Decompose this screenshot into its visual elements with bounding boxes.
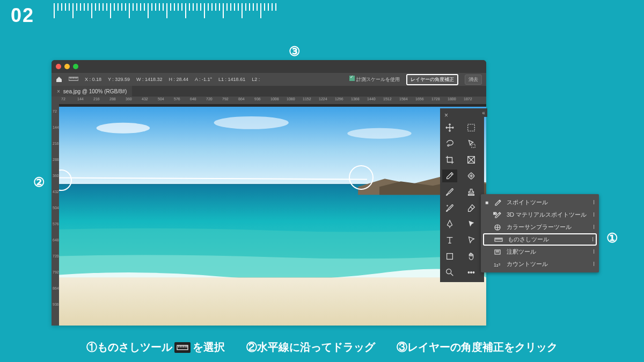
close-panel-icon[interactable]: × — [442, 112, 482, 118]
ruler-tool-icon — [69, 76, 78, 83]
use-scale-checkbox[interactable]: 計測スケールを使用 — [349, 76, 400, 83]
flyout-item-icon — [493, 248, 502, 256]
flyout-item-2[interactable]: カラーサンプラーツールI — [481, 221, 599, 233]
photoshop-window: X : 0.18 Y : 329.59 W : 1418.32 H : 28.4… — [52, 60, 486, 326]
svg-line-20 — [470, 206, 473, 209]
decorative-ruler — [54, 3, 279, 25]
flyout-item-shortcut: I — [593, 249, 595, 255]
opt-x: X : 0.18 — [85, 77, 101, 82]
pen-tool-icon[interactable] — [442, 218, 457, 231]
straighten-layer-button[interactable]: レイヤーの角度補正 — [406, 74, 458, 85]
opt-h: H : 28.44 — [169, 77, 188, 82]
quick-select-tool-icon[interactable] — [464, 137, 479, 150]
flyout-item-4[interactable]: 注釈ツールI — [481, 246, 599, 258]
close-window-button[interactable] — [56, 64, 61, 69]
brush-tool-icon[interactable] — [442, 186, 457, 198]
marquee-tool-icon[interactable] — [464, 121, 479, 134]
type-tool-icon[interactable] — [442, 234, 457, 247]
home-icon[interactable] — [56, 76, 62, 83]
flyout-item-icon — [494, 236, 503, 243]
document-tab-title: sea.jpg @ 100% (RGB/8#) — [63, 88, 127, 94]
callout-3: ③ — [289, 44, 301, 59]
more-tools-icon[interactable] — [464, 266, 479, 279]
use-scale-label: 計測スケールを使用 — [356, 77, 400, 82]
measure-endpoint-2[interactable] — [349, 165, 374, 190]
flyout-item-icon — [493, 224, 502, 231]
svg-text:1₂³: 1₂³ — [494, 262, 500, 268]
tool-flyout-menu: ■スポイトツールI3D3D マテリアルスポイトツールIカラーサンプラーツールIも… — [481, 194, 599, 272]
svg-point-24 — [468, 272, 470, 274]
zoom-window-button[interactable] — [73, 64, 78, 69]
document-tab-bar: × sea.jpg @ 100% (RGB/8#) — [52, 86, 486, 97]
flyout-item-shortcut: I — [593, 224, 595, 230]
caption-2: ②水平線に沿ってドラッグ — [246, 340, 375, 354]
svg-point-26 — [473, 272, 474, 274]
opt-w: W : 1418.32 — [136, 77, 163, 82]
flyout-item-1[interactable]: 3D3D マテリアルスポイトツールI — [481, 209, 599, 221]
caption-1a: ①ものさしツール — [86, 340, 172, 354]
canvas-area[interactable] — [59, 104, 486, 326]
flyout-item-icon: 3D — [493, 211, 502, 219]
flyout-item-label: スポイトツール — [507, 198, 548, 206]
eyedropper-tool-icon[interactable] — [442, 169, 457, 182]
slide-number: 02 — [11, 4, 34, 27]
opt-l2: L2 : — [252, 77, 260, 82]
canvas-image — [59, 107, 486, 326]
clear-button[interactable]: 消去 — [465, 75, 482, 85]
flyout-item-shortcut: I — [593, 200, 595, 205]
flyout-item-5[interactable]: 1₂³カウントツールI — [481, 258, 599, 270]
opt-a: A : -1.1° — [195, 77, 212, 82]
close-tab-icon[interactable]: × — [57, 88, 60, 94]
flyout-item-shortcut: I — [593, 212, 595, 218]
flyout-item-shortcut: I — [592, 237, 594, 242]
eraser-tool-icon[interactable] — [464, 202, 479, 215]
caption-1b: を選択 — [193, 340, 225, 354]
healing-tool-icon[interactable] — [464, 169, 479, 182]
opt-l1: L1 : 1418.61 — [218, 77, 245, 82]
instruction-caption: ①ものさしツール を選択 ②水平線に沿ってドラッグ ③レイヤーの角度補正をクリッ… — [0, 340, 644, 354]
flyout-item-label: 3D マテリアルスポイトツール — [507, 211, 587, 219]
collapse-panel-icon[interactable]: « — [480, 108, 487, 117]
svg-point-9 — [347, 128, 411, 139]
flyout-item-shortcut: I — [593, 261, 595, 267]
svg-rect-21 — [447, 254, 453, 260]
callout-1: ① — [606, 231, 618, 246]
flyout-item-label: カラーサンプラーツール — [507, 223, 572, 231]
callout-2: ② — [33, 175, 45, 190]
stamp-tool-icon[interactable] — [464, 186, 479, 198]
caption-3: ③レイヤーの角度補正をクリック — [397, 340, 558, 354]
flyout-item-3[interactable]: ものさしツールI — [483, 233, 597, 246]
lasso-tool-icon[interactable] — [442, 137, 457, 150]
move-tool-icon[interactable] — [442, 121, 457, 134]
flyout-item-0[interactable]: ■スポイトツールI — [481, 196, 599, 209]
svg-point-7 — [97, 123, 150, 134]
direct-select-tool-icon[interactable] — [464, 234, 479, 247]
ruler-icon — [174, 342, 191, 353]
zoom-tool-icon[interactable] — [442, 266, 457, 279]
svg-text:3D: 3D — [493, 212, 497, 215]
horizontal-ruler: 7214421628836043250457664872079286493610… — [52, 97, 486, 104]
path-select-tool-icon[interactable] — [464, 218, 479, 231]
flyout-item-label: カウントツール — [507, 260, 548, 268]
document-tab[interactable]: × sea.jpg @ 100% (RGB/8#) — [52, 86, 132, 97]
svg-point-8 — [214, 116, 289, 129]
svg-point-25 — [471, 272, 472, 274]
svg-rect-13 — [472, 144, 475, 147]
svg-rect-11 — [59, 277, 486, 326]
flyout-item-label: ものさしツール — [508, 235, 549, 243]
history-brush-tool-icon[interactable] — [442, 202, 457, 215]
svg-line-23 — [451, 274, 453, 276]
minimize-window-button[interactable] — [64, 64, 70, 69]
svg-rect-12 — [468, 124, 475, 131]
options-bar: X : 0.18 Y : 329.59 W : 1418.32 H : 28.4… — [52, 73, 486, 86]
tools-panel: × — [440, 108, 484, 282]
crop-tool-icon[interactable] — [442, 153, 457, 166]
flyout-item-label: 注釈ツール — [507, 248, 536, 256]
hand-tool-icon[interactable] — [464, 250, 479, 263]
shape-tool-icon[interactable] — [442, 250, 457, 263]
flyout-item-icon — [493, 199, 502, 206]
opt-y: Y : 329.59 — [108, 77, 130, 82]
window-titlebar — [52, 60, 486, 73]
frame-tool-icon[interactable] — [464, 153, 479, 166]
vertical-ruler: 72144216288360432504576648720792864936 — [52, 104, 59, 326]
